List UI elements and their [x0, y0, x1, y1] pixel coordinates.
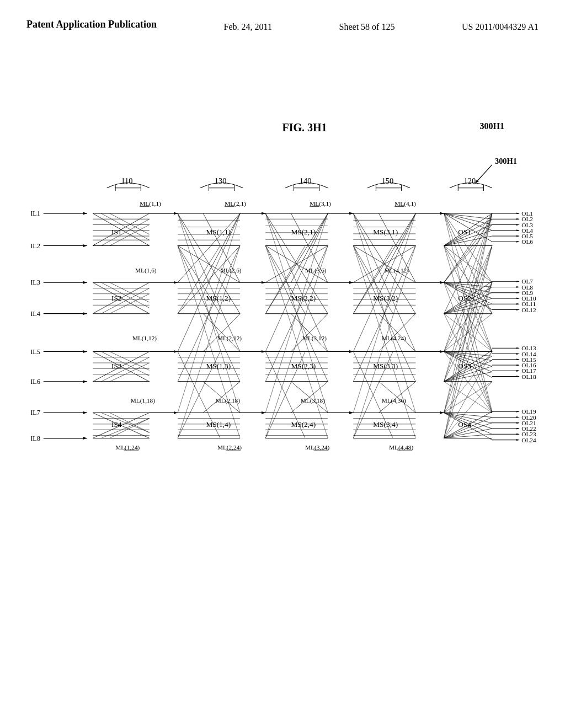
svg-text:MS(2,2): MS(2,2): [291, 294, 316, 302]
svg-text:MS(3,3): MS(3,3): [373, 362, 398, 370]
svg-text:ML(1,12): ML(1,12): [132, 335, 157, 342]
svg-text:120: 120: [464, 176, 476, 185]
figure-reference: 300H1: [480, 121, 504, 131]
diagram-area: 110 130 140 150 120: [28, 145, 537, 454]
svg-line-395: [444, 429, 492, 438]
svg-line-343: [444, 245, 492, 438]
svg-text:ML(3,1): ML(3,1): [310, 200, 331, 207]
svg-line-339: [444, 213, 492, 438]
svg-line-188: [178, 245, 240, 313]
svg-text:ML(3,12): ML(3,12): [302, 335, 327, 342]
svg-text:MS(1,3): MS(1,3): [206, 362, 231, 370]
svg-text:IL7: IL7: [30, 409, 40, 416]
patent-number-label: US 2011/0044329 A1: [462, 18, 539, 34]
svg-text:MS(1,4): MS(1,4): [206, 420, 231, 429]
svg-text:IL3: IL3: [30, 279, 40, 286]
svg-line-327: [444, 213, 492, 219]
publication-label: Patent Application Publication: [26, 18, 157, 31]
svg-text:130: 130: [215, 176, 227, 185]
svg-text:IL6: IL6: [30, 378, 40, 386]
svg-text:MS(1,1): MS(1,1): [206, 228, 231, 236]
svg-line-357: [444, 245, 492, 282]
svg-text:140: 140: [300, 176, 312, 185]
svg-text:IL1: IL1: [30, 210, 40, 217]
svg-text:ML(1,18): ML(1,18): [131, 397, 155, 404]
figure-title: FIG. 3H1: [72, 121, 537, 134]
svg-text:OL24: OL24: [521, 437, 536, 443]
svg-text:ML(4,36): ML(4,36): [382, 397, 406, 404]
svg-text:IL5: IL5: [30, 348, 40, 356]
svg-text:ML(3,18): ML(3,18): [301, 397, 325, 404]
svg-text:ML(1,1): ML(1,1): [140, 200, 161, 207]
svg-text:ML(1,6): ML(1,6): [135, 267, 157, 274]
svg-text:MS(2,4): MS(2,4): [291, 420, 316, 429]
svg-text:MS(2,1): MS(2,1): [291, 228, 316, 236]
diagram-svg: 110 130 140 150 120: [28, 145, 537, 454]
svg-line-328: [444, 219, 492, 245]
svg-line-419: [475, 165, 492, 184]
svg-line-396: [444, 434, 492, 438]
svg-text:110: 110: [121, 176, 132, 185]
page-header: Patent Application Publication Feb. 24, …: [0, 0, 565, 34]
svg-text:150: 150: [382, 176, 394, 185]
svg-line-388: [444, 411, 492, 438]
svg-text:IL4: IL4: [30, 310, 40, 318]
svg-text:MS(2,3): MS(2,3): [291, 362, 316, 370]
svg-text:MS(3,1): MS(3,1): [373, 228, 398, 236]
svg-text:ML(4,1): ML(4,1): [395, 200, 416, 207]
svg-line-361: [444, 245, 492, 313]
svg-text:ML(3,6): ML(3,6): [305, 267, 327, 274]
svg-text:IS2: IS2: [111, 294, 122, 302]
svg-text:ML(2,1): ML(2,1): [225, 200, 246, 207]
svg-text:IL2: IL2: [30, 242, 40, 250]
svg-line-389: [444, 413, 492, 434]
svg-text:300H1: 300H1: [495, 157, 517, 165]
date-label: Feb. 24, 2011: [224, 18, 272, 34]
sheet-label: Sheet 58 of 125: [339, 18, 395, 34]
svg-line-352: [444, 287, 492, 313]
svg-text:OL18: OL18: [521, 373, 536, 380]
figure-container: FIG. 3H1 300H1 110 130: [28, 121, 537, 463]
svg-text:IL8: IL8: [30, 435, 40, 442]
svg-text:OL12: OL12: [521, 307, 536, 313]
svg-text:MS(1,2): MS(1,2): [206, 294, 231, 302]
svg-text:OL6: OL6: [521, 238, 533, 245]
svg-line-400: [444, 314, 492, 413]
